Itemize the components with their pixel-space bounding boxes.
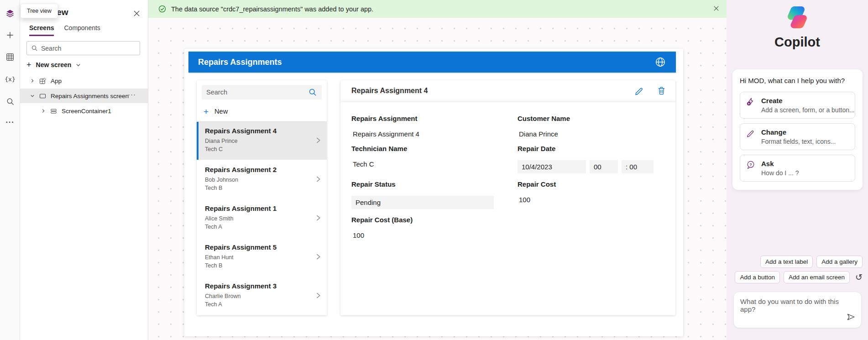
suggestion-chip[interactable]: Add a gallery (816, 256, 863, 268)
field-technician-name: Technician Name Tech C (351, 145, 518, 173)
variables-icon: {x} (5, 76, 15, 83)
form-title: Repairs Assignment 4 (351, 87, 634, 95)
copilot-input-box (734, 292, 861, 328)
field-repair-cost: Repair Cost 100 (518, 180, 664, 209)
left-rail: {x} ··· (0, 0, 20, 340)
copilot-option-ask[interactable]: ? Ask How do I ... ? (740, 155, 855, 182)
more-icon: ··· (6, 118, 15, 126)
app-header-bar[interactable]: Repairs Assignments (188, 52, 676, 73)
form-fields: Repairs Assignment Repairs Assignment 4 … (340, 101, 675, 246)
close-tree-panel-button[interactable] (132, 9, 141, 17)
send-icon (846, 312, 856, 322)
tab-screens[interactable]: Screens (29, 24, 54, 36)
chevron-down-icon (30, 94, 35, 98)
chevron-down-icon (76, 63, 81, 68)
create-icon (746, 97, 755, 114)
screen-icon (39, 92, 47, 100)
copilot-panel: Copilot Hi MOD, what can I help you with… (727, 0, 868, 340)
data-table-icon (5, 52, 15, 62)
edit-pencil-icon (634, 86, 644, 96)
status-input[interactable]: Pending (351, 196, 494, 209)
tree-view-rail-button[interactable] (3, 6, 17, 21)
tree-item-more-button[interactable]: ··· (128, 90, 136, 98)
suggestion-chip[interactable]: Add an email screen (784, 271, 850, 283)
change-pencil-icon (746, 129, 755, 145)
copilot-option-change[interactable]: Change Format fields, text, icons... (740, 123, 855, 150)
record-detail-form: Repairs Assignment 4 Repairs As (340, 80, 675, 315)
app-header-title: Repairs Assignments (198, 58, 654, 67)
refresh-suggestions-button[interactable]: ↺ (855, 273, 863, 282)
chevron-right-icon (315, 292, 321, 299)
main-area: The data source "crdc7_repairsassignment… (148, 0, 727, 340)
container-icon (50, 107, 58, 115)
chevron-right-icon (315, 137, 321, 144)
gallery-item[interactable]: Repairs Assignment 1 Alice Smith Tech A (197, 199, 327, 237)
plus-icon: + (26, 61, 31, 69)
tree-item-repairs-screen[interactable]: Repairs Assignments screen ··· (20, 89, 148, 103)
tree-view-panel: Tree view Screens Components + New scree… (20, 0, 148, 340)
copilot-logo (784, 4, 810, 31)
data-rail-button[interactable] (3, 50, 17, 64)
selected-indicator (197, 122, 199, 160)
close-icon (713, 5, 719, 11)
gallery-item[interactable]: Repairs Assignment 2 Bob Johnson Tech B (197, 161, 327, 199)
variables-rail-button[interactable]: {x} (3, 72, 17, 86)
copilot-title: Copilot (727, 35, 868, 50)
minute-input[interactable]: : 00 (622, 160, 654, 173)
plus-icon: + (204, 107, 209, 116)
notification-text: The data source "crdc7_repairsassignment… (171, 5, 373, 13)
more-rail-button[interactable]: ··· (3, 115, 17, 130)
send-button[interactable] (846, 312, 856, 324)
copilot-option-create[interactable]: Create Add a screen, form, or a button..… (740, 92, 855, 119)
gallery-item[interactable]: Repairs Assignment 3 Charlie Brown Tech … (197, 277, 327, 315)
form-header: Repairs Assignment 4 (340, 80, 675, 101)
search-icon (6, 97, 15, 106)
copilot-input[interactable] (740, 298, 855, 317)
chevron-right-icon (41, 109, 46, 113)
design-canvas[interactable]: Repairs Assignments + New (148, 18, 727, 340)
chevron-right-icon (30, 78, 35, 83)
chevron-right-icon (315, 176, 321, 183)
suggestion-chip[interactable]: Add a text label (760, 256, 813, 268)
gallery-search-input[interactable] (206, 89, 304, 96)
tree-search-box (26, 41, 140, 55)
tree-search-input[interactable] (41, 45, 136, 52)
ask-bubble-icon: ? (746, 160, 755, 177)
svg-text:?: ? (749, 162, 752, 167)
copilot-greeting-card: Hi MOD, what can I help you with? Create… (732, 69, 863, 190)
new-record-button[interactable]: + New (204, 105, 327, 117)
copilot-greeting: Hi MOD, what can I help you with? (740, 77, 855, 84)
chevron-right-icon (315, 214, 321, 221)
edit-record-button[interactable] (634, 86, 644, 96)
field-repair-date: Repair Date 10/4/2023 00 : 00 (518, 145, 664, 173)
delete-record-button[interactable] (657, 86, 666, 95)
powerapps-studio: {x} ··· Tree view Screens Components + N… (0, 0, 868, 340)
tree-item-screencontainer1[interactable]: ScreenContainer1 (20, 104, 148, 118)
date-input[interactable]: 10/4/2023 (518, 160, 586, 173)
check-circle-icon (158, 5, 166, 13)
chevron-right-icon (315, 253, 321, 260)
search-icon (31, 45, 38, 52)
gallery-item[interactable]: Repairs Assignment 5 Ethan Hunt Tech B (197, 238, 327, 276)
notification-close-button[interactable] (713, 5, 719, 13)
search-rail-button[interactable] (3, 94, 17, 109)
new-screen-button[interactable]: + New screen (26, 59, 81, 71)
tree-item-app[interactable]: App (20, 73, 148, 88)
globe-icon (654, 56, 666, 68)
tab-components[interactable]: Components (64, 24, 100, 36)
gallery-search-box (202, 85, 322, 99)
field-repair-cost-base: Repair Cost (Base) 100 (351, 216, 518, 239)
copilot-suggestions: Add a text label Add a gallery Add a but… (732, 256, 863, 287)
tree-view-icon (5, 9, 15, 18)
close-icon (133, 10, 140, 17)
insert-rail-button[interactable] (3, 28, 17, 42)
suggestion-chip[interactable]: Add a button (735, 271, 780, 283)
gallery-item[interactable]: Repairs Assignment 4 Diana Prince Tech C (197, 122, 327, 160)
search-icon[interactable] (308, 88, 317, 97)
app-icon (39, 77, 47, 85)
field-repairs-assignment: Repairs Assignment Repairs Assignment 4 (351, 115, 518, 138)
tree-view-tooltip: Tree view (21, 4, 58, 18)
tree-tabs: Screens Components (29, 24, 100, 36)
app-screen[interactable]: Repairs Assignments + New (184, 49, 683, 336)
hour-input[interactable]: 00 (590, 160, 618, 173)
